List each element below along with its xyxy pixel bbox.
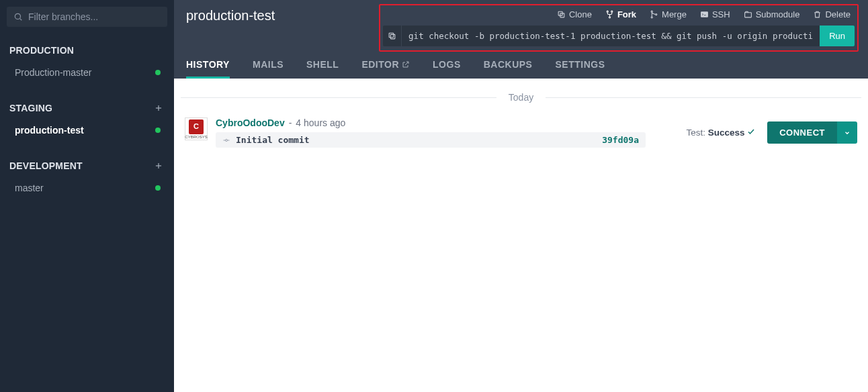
sidebar: PRODUCTION Production-master STAGING pro… [0, 0, 174, 392]
svg-rect-14 [701, 11, 708, 17]
avatar: C CYBROSYS [185, 117, 208, 140]
tab-shell[interactable]: SHELL [306, 59, 339, 79]
submodule-icon [744, 10, 752, 19]
author-name[interactable]: CybroOdooDev [216, 117, 285, 128]
svg-point-12 [651, 16, 652, 17]
fork-button[interactable]: Fork [605, 9, 636, 19]
svg-rect-15 [744, 12, 751, 17]
tab-editor[interactable]: EDITOR [361, 59, 410, 79]
svg-point-10 [609, 16, 610, 17]
connect-dropdown[interactable] [837, 121, 857, 144]
branch-title: production-test [186, 7, 371, 23]
command-text: git checkout -b production-test-1 produc… [402, 26, 820, 46]
tab-logs[interactable]: LOGS [433, 59, 461, 79]
plus-icon [154, 103, 163, 113]
main-area: production-test Clone Fork Merge [174, 0, 868, 392]
tabs: HISTORY MAILS SHELL EDITOR LOGS BACKUPS … [174, 52, 868, 79]
status-dot [155, 185, 161, 191]
entry-header: CybroOdooDev - 4 hours ago [216, 117, 678, 128]
commit-row[interactable]: Initial commit 39fd09a [216, 132, 646, 148]
tab-history[interactable]: HISTORY [186, 59, 230, 79]
branch-production-test[interactable]: production-test [0, 119, 174, 141]
trash-icon [813, 10, 822, 19]
check-icon [747, 128, 755, 136]
status-dot [155, 70, 161, 75]
copy-command-button[interactable] [383, 26, 402, 46]
commit-node-icon [222, 136, 230, 144]
tab-settings[interactable]: SETTINGS [555, 59, 605, 79]
search-input[interactable] [28, 11, 161, 22]
connect-button[interactable]: CONNECT [767, 121, 857, 144]
section-development: DEVELOPMENT [0, 154, 174, 177]
commit-hash[interactable]: 39fd09a [602, 135, 639, 145]
svg-point-9 [611, 11, 613, 12]
svg-rect-17 [389, 33, 394, 38]
terminal-icon [700, 10, 709, 19]
merge-icon [650, 10, 658, 19]
external-link-icon [402, 60, 410, 68]
commit-message: Initial commit [236, 135, 597, 145]
branch-production-master[interactable]: Production-master [0, 62, 174, 83]
topbar: production-test Clone Fork Merge [174, 0, 868, 79]
actions-panel: Clone Fork Merge SSH [379, 4, 859, 52]
run-button[interactable]: Run [820, 26, 855, 46]
section-staging: STAGING [0, 97, 174, 119]
svg-rect-16 [390, 34, 395, 39]
svg-line-1 [20, 19, 22, 21]
command-row: git checkout -b production-test-1 produc… [383, 26, 855, 46]
merge-button[interactable]: Merge [650, 9, 687, 19]
svg-point-11 [651, 11, 652, 12]
plus-icon [154, 161, 163, 170]
history-content: Today C CYBROSYS CybroOdooDev - 4 hours … [174, 79, 868, 392]
chevron-down-icon [844, 130, 851, 136]
add-dev-branch[interactable] [154, 161, 163, 170]
branch-master[interactable]: master [0, 177, 174, 199]
svg-point-8 [607, 11, 608, 12]
time-ago: 4 hours ago [296, 117, 345, 128]
history-entry: C CYBROSYS CybroOdooDev - 4 hours ago In… [181, 117, 861, 148]
section-production: PRODUCTION [0, 39, 174, 62]
test-status: Test: Success [686, 128, 755, 138]
status-dot [155, 128, 161, 133]
tab-backups[interactable]: BACKUPS [484, 59, 533, 79]
branch-filter[interactable] [7, 7, 167, 27]
delete-button[interactable]: Delete [813, 9, 851, 19]
svg-point-0 [15, 13, 20, 19]
fork-icon [605, 10, 614, 19]
search-icon [13, 12, 23, 21]
add-staging-branch[interactable] [154, 103, 163, 113]
clone-button[interactable]: Clone [557, 9, 592, 19]
copy-icon [388, 32, 396, 40]
svg-point-18 [226, 139, 228, 141]
submodule-button[interactable]: Submodule [744, 9, 800, 19]
svg-point-13 [656, 13, 657, 15]
date-divider: Today [181, 92, 861, 103]
clone-icon [557, 10, 566, 19]
ssh-button[interactable]: SSH [700, 9, 730, 19]
tab-mails[interactable]: MAILS [253, 59, 284, 79]
